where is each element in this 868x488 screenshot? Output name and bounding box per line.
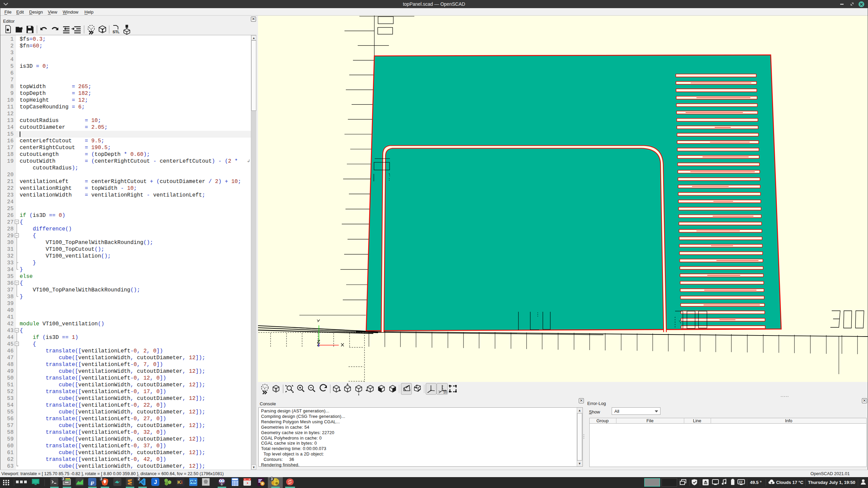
svg-text:K: K bbox=[177, 479, 181, 485]
svg-text:ZZ: ZZ bbox=[739, 480, 743, 484]
svg-text:i: i bbox=[181, 479, 182, 485]
svg-text:10: 10 bbox=[443, 390, 447, 394]
svg-text:J: J bbox=[154, 479, 157, 485]
svg-text:STL: STL bbox=[113, 30, 120, 34]
svg-text:℘: ℘ bbox=[91, 480, 94, 485]
